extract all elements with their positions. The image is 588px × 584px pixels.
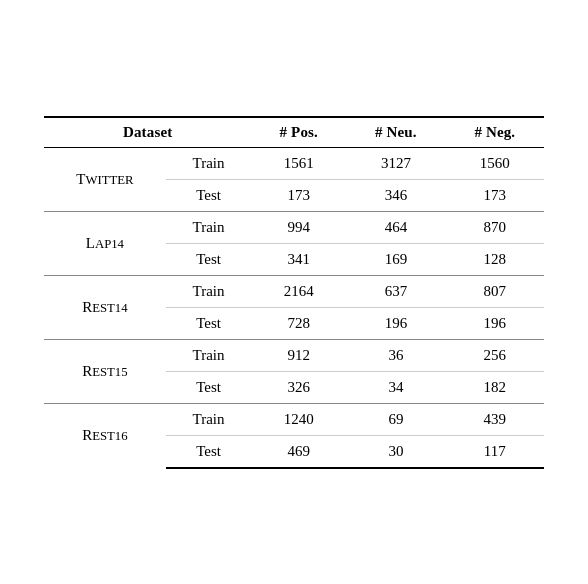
neg-cell: 870 [446, 211, 544, 243]
neu-cell: 34 [346, 371, 446, 403]
pos-cell: 1240 [251, 403, 346, 435]
split-cell: Train [166, 339, 252, 371]
pos-cell: 341 [251, 243, 346, 275]
pos-cell: 728 [251, 307, 346, 339]
split-cell: Test [166, 371, 252, 403]
pos-cell: 326 [251, 371, 346, 403]
neu-cell: 30 [346, 435, 446, 468]
table-row: TWITTERTrain156131271560 [44, 147, 544, 179]
split-cell: Train [166, 211, 252, 243]
neu-cell: 196 [346, 307, 446, 339]
neu-cell: 36 [346, 339, 446, 371]
neg-cell: 1560 [446, 147, 544, 179]
neg-cell: 807 [446, 275, 544, 307]
neg-cell: 196 [446, 307, 544, 339]
pos-cell: 912 [251, 339, 346, 371]
pos-cell: 2164 [251, 275, 346, 307]
split-cell: Test [166, 243, 252, 275]
table-row: LAP14Train994464870 [44, 211, 544, 243]
neg-cell: 117 [446, 435, 544, 468]
split-cell: Test [166, 435, 252, 468]
split-cell: Test [166, 179, 252, 211]
neg-cell: 439 [446, 403, 544, 435]
pos-cell: 994 [251, 211, 346, 243]
split-cell: Train [166, 275, 252, 307]
neu-cell: 346 [346, 179, 446, 211]
table-container: Dataset # Pos. # Neu. # Neg. TWITTERTrai… [24, 96, 564, 489]
table-row: REST16Train124069439 [44, 403, 544, 435]
header-neg: # Neg. [446, 117, 544, 148]
dataset-name-cell: REST16 [44, 403, 166, 468]
header-neu: # Neu. [346, 117, 446, 148]
neu-cell: 69 [346, 403, 446, 435]
pos-cell: 173 [251, 179, 346, 211]
split-cell: Test [166, 307, 252, 339]
table-row: REST14Train2164637807 [44, 275, 544, 307]
neg-cell: 182 [446, 371, 544, 403]
neu-cell: 3127 [346, 147, 446, 179]
table-row: REST15Train91236256 [44, 339, 544, 371]
split-cell: Train [166, 147, 252, 179]
neu-cell: 464 [346, 211, 446, 243]
header-row: Dataset # Pos. # Neu. # Neg. [44, 117, 544, 148]
header-dataset: Dataset [44, 117, 251, 148]
neu-cell: 169 [346, 243, 446, 275]
neu-cell: 637 [346, 275, 446, 307]
data-table: Dataset # Pos. # Neu. # Neg. TWITTERTrai… [44, 116, 544, 469]
dataset-name-cell: TWITTER [44, 147, 166, 211]
header-pos: # Pos. [251, 117, 346, 148]
dataset-name-cell: REST14 [44, 275, 166, 339]
pos-cell: 469 [251, 435, 346, 468]
neg-cell: 256 [446, 339, 544, 371]
dataset-name-cell: LAP14 [44, 211, 166, 275]
dataset-name-cell: REST15 [44, 339, 166, 403]
neg-cell: 128 [446, 243, 544, 275]
pos-cell: 1561 [251, 147, 346, 179]
split-cell: Train [166, 403, 252, 435]
neg-cell: 173 [446, 179, 544, 211]
